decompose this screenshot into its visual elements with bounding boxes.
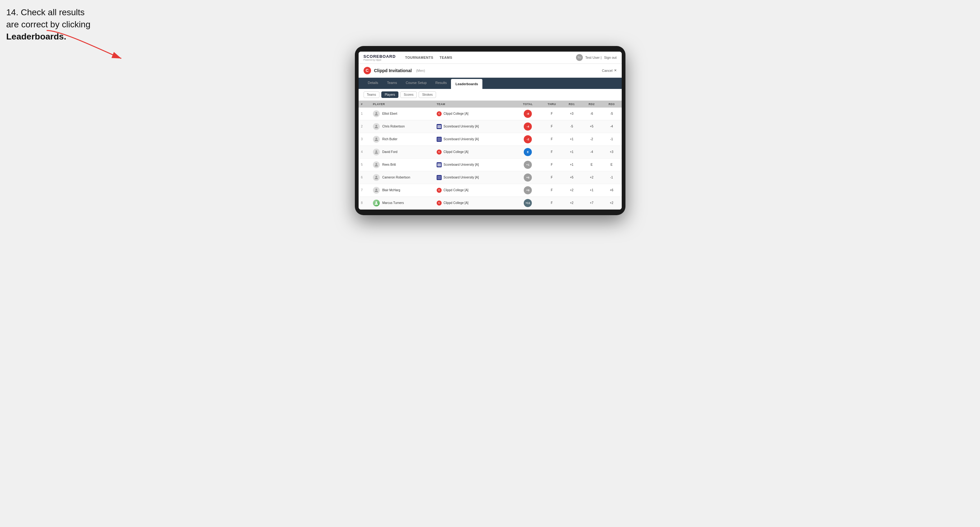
cell-rd1: +3 (562, 108, 582, 120)
cell-total: +1 (514, 158, 542, 171)
player-avatar (373, 200, 380, 206)
cell-rd3: -4 (601, 120, 621, 133)
cell-thru: F (542, 158, 562, 171)
cell-rd2: +2 (582, 171, 601, 184)
player-avatar (373, 110, 380, 117)
clippd-logo: C (437, 111, 442, 116)
cell-rd3: +3 (601, 146, 621, 158)
nav-teams[interactable]: TEAMS (439, 54, 452, 60)
tournament-type: (Men) (416, 69, 425, 73)
player-avatar (373, 149, 380, 156)
cell-rd3: -1 (601, 133, 621, 146)
score-badge: -4 (524, 122, 532, 130)
cell-rd1: +2 (562, 197, 582, 209)
cell-rd1: +1 (562, 133, 582, 146)
team-name: Scoreboard University [A] (444, 163, 479, 166)
scoreboard-logo (437, 137, 442, 142)
cell-total: -4 (514, 120, 542, 133)
table-row: 5Rees BrittScoreboard University [A]+1F+… (359, 158, 622, 171)
instruction-text: 14. Check all results are correct by cli… (6, 6, 124, 43)
cell-rd3: +2 (601, 197, 621, 209)
cell-rd2: +5 (582, 120, 601, 133)
scoreboard-logo (437, 175, 442, 180)
cell-rank: 3 (359, 133, 371, 146)
cell-rd1: +1 (562, 158, 582, 171)
cancel-button[interactable]: Cancel ✕ (602, 68, 616, 73)
score-badge: +1 (524, 161, 532, 169)
table-row: 8Marcus TurnersCClippd College [A]+11F+2… (359, 197, 622, 209)
player-name: Blair McHarg (382, 189, 400, 192)
table-row: 4David FordCClippd College [A]EF+1-4+3 (359, 146, 622, 158)
cell-total: +6 (514, 171, 542, 184)
col-header-team: TEAM (434, 101, 514, 108)
player-avatar (373, 174, 380, 181)
score-badge: -2 (524, 135, 532, 143)
cell-rd3: -1 (601, 171, 621, 184)
tab-teams[interactable]: Teams (383, 78, 401, 89)
team-name: Scoreboard University [A] (444, 176, 479, 179)
filter-teams[interactable]: Teams (364, 91, 379, 98)
filter-players[interactable]: Players (381, 91, 398, 98)
cell-total: E (514, 146, 542, 158)
player-name: Cameron Robertson (382, 176, 410, 179)
cell-rd2: -2 (582, 133, 601, 146)
cell-rank: 1 (359, 108, 371, 120)
svg-point-7 (375, 189, 377, 190)
table-row: 6Cameron RobertsonScoreboard University … (359, 171, 622, 184)
cell-player: Cameron Robertson (371, 171, 434, 184)
cell-player: David Ford (371, 146, 434, 158)
filter-strokes[interactable]: Strokes (418, 91, 436, 98)
cell-rank: 8 (359, 197, 371, 209)
clippd-logo: C (437, 188, 442, 193)
tournament-logo: C (364, 67, 371, 74)
table-row: 7Blair McHargCClippd College [A]+9F+2+1+… (359, 184, 622, 197)
cell-total: +11 (514, 197, 542, 209)
scoreboard-logo (437, 162, 442, 167)
player-avatar (373, 123, 380, 130)
tab-leaderboards[interactable]: Leaderboards (451, 79, 482, 89)
svg-point-2 (375, 125, 377, 126)
col-header-rd1: RD1 (562, 101, 582, 108)
svg-point-3 (375, 137, 377, 139)
cell-player: Rees Britt (371, 158, 434, 171)
col-header-player: PLAYER (371, 101, 434, 108)
cell-rank: 5 (359, 158, 371, 171)
player-name: Rees Britt (382, 163, 396, 166)
cell-player: Chris Robertson (371, 120, 434, 133)
filter-scores[interactable]: Scores (400, 91, 417, 98)
tab-course-setup[interactable]: Course Setup (401, 78, 431, 89)
cell-rank: 7 (359, 184, 371, 197)
cell-total: +9 (514, 184, 542, 197)
cell-thru: F (542, 146, 562, 158)
cell-rank: 2 (359, 120, 371, 133)
col-header-rank: # (359, 101, 371, 108)
nav-right: TU Test User | Sign out (576, 54, 617, 61)
cell-rd1: +1 (562, 146, 582, 158)
logo-sub: Powered by clippd (364, 59, 396, 61)
cell-team: Scoreboard University [A] (434, 120, 514, 133)
cell-team: Scoreboard University [A] (434, 133, 514, 146)
cell-total: -8 (514, 108, 542, 120)
tournament-header: C Clippd Invitational (Men) Cancel ✕ (359, 64, 622, 78)
tournament-name: Clippd Invitational (374, 68, 412, 73)
svg-point-8 (375, 201, 377, 203)
cell-team: CClippd College [A] (434, 184, 514, 197)
user-avatar: TU (576, 54, 583, 61)
table-row: 1Elliot EbertCClippd College [A]-8F+3-6-… (359, 108, 622, 120)
score-badge: E (524, 148, 532, 156)
cell-thru: F (542, 197, 562, 209)
team-name: Clippd College [A] (444, 201, 468, 205)
tab-results[interactable]: Results (431, 78, 451, 89)
table-row: 2Chris RobertsonScoreboard University [A… (359, 120, 622, 133)
cell-rd3: -5 (601, 108, 621, 120)
cell-team: CClippd College [A] (434, 146, 514, 158)
nav-tournaments[interactable]: TOURNAMENTS (405, 54, 433, 60)
clippd-logo: C (437, 200, 442, 205)
tab-details[interactable]: Details (364, 78, 383, 89)
logo-text: SCOREBOARD (364, 54, 396, 59)
tablet-screen: SCOREBOARD Powered by clippd TOURNAMENTS… (359, 52, 622, 210)
sign-out-link[interactable]: Sign out (604, 56, 616, 59)
cell-rd3: +6 (601, 184, 621, 197)
leaderboard-table: # PLAYER TEAM TOTAL THRU RD1 RD2 RD3 1El… (359, 101, 622, 210)
scoreboard-logo (437, 124, 442, 129)
